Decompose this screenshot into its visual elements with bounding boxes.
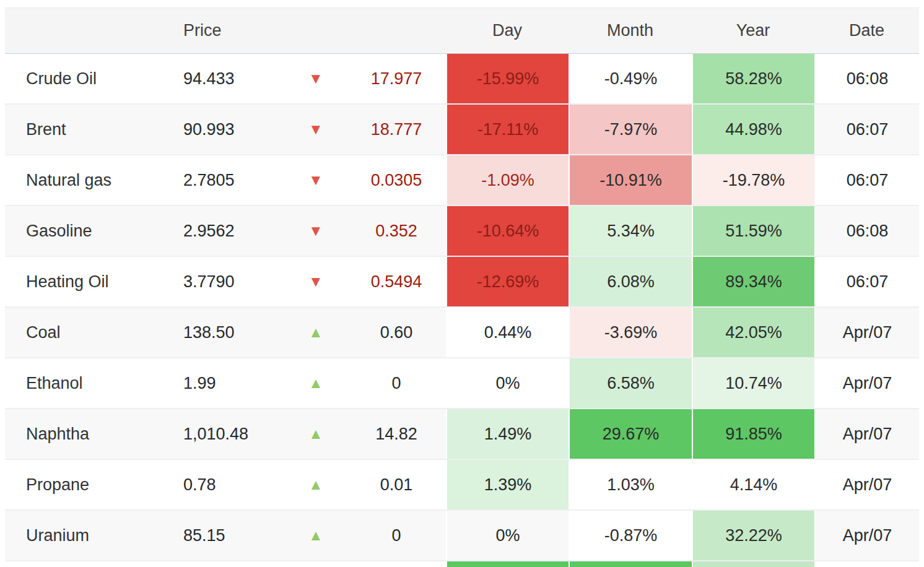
commodity-link[interactable]: Naphtha: [5, 409, 178, 459]
header-year: Year: [692, 8, 814, 53]
header-day: Day: [446, 8, 569, 53]
price-value: 2.7805: [178, 155, 285, 205]
trend-down-icon: ▼: [308, 223, 323, 238]
trend-up-icon: ▲: [308, 477, 323, 492]
change-value: 0: [347, 511, 446, 560]
day-change-cell: -12.69%: [446, 257, 569, 306]
month-change-cell: -10.91%: [569, 155, 692, 205]
month-change-cell: -0.87%: [569, 511, 692, 560]
commodity-link[interactable]: Brent: [5, 105, 178, 154]
year-change-cell: [692, 561, 814, 567]
table-row: Crude Oil 94.433 ▼ 17.977 -15.99% -0.49%…: [5, 54, 919, 105]
year-change-cell: 91.85%: [692, 409, 814, 459]
header-month: Month: [569, 8, 692, 53]
commodity-link[interactable]: Crude Oil: [5, 54, 178, 103]
trend-up-icon: ▲: [308, 426, 323, 441]
year-change-cell: 42.05%: [692, 308, 814, 357]
trend-down-icon: ▼: [308, 173, 323, 188]
date-value: 06:07: [814, 155, 919, 205]
table-row: Coal 138.50 ▲ 0.60 0.44% -3.69% 42.05% A…: [5, 308, 919, 358]
header-price: Price: [178, 8, 285, 53]
header-commodity: [5, 8, 178, 53]
month-change-cell: 5.34%: [569, 206, 692, 256]
month-change-cell: 1.03%: [569, 460, 692, 509]
day-change-cell: -1.09%: [446, 155, 569, 205]
price-value: 1.99: [178, 358, 285, 408]
commodity-link[interactable]: Natural gas: [5, 155, 178, 205]
day-change-cell: -10.64%: [446, 206, 569, 256]
table-header-row: Price Day Month Year Date: [5, 7, 919, 54]
price-value: 85.15: [178, 511, 285, 560]
commodities-price-table: Price Day Month Year Date Crude Oil 94.4…: [0, 0, 924, 567]
date-value: Apr/07: [814, 358, 919, 408]
date-value: Apr/07: [814, 409, 919, 459]
trend-down-icon: ▼: [308, 274, 323, 289]
table-row: Ethanol 1.99 ▲ 0 0% 6.58% 10.74% Apr/07: [5, 358, 919, 409]
month-change-cell: -7.97%: [569, 105, 692, 154]
change-value: 17.977: [347, 54, 446, 103]
change-value: 0.60: [347, 308, 446, 357]
commodity-link[interactable]: Coal: [5, 308, 178, 357]
date-value: Apr/07: [814, 460, 919, 509]
month-change-cell: -0.49%: [569, 54, 692, 103]
commodity-link[interactable]: Propane: [5, 460, 178, 509]
month-change-cell: 29.67%: [569, 409, 692, 459]
month-change-cell: -3.69%: [569, 308, 692, 357]
price-value: 3.7790: [178, 257, 285, 306]
year-change-cell: 44.98%: [692, 105, 814, 154]
table-row: Brent 90.993 ▼ 18.777 -17.11% -7.97% 44.…: [5, 105, 919, 155]
header-change-spacer: [347, 8, 446, 53]
change-value: 18.777: [347, 105, 446, 154]
table-row: Uranium 85.15 ▲ 0 0% -0.87% 32.22% Apr/0…: [5, 511, 919, 561]
price-value: 138.50: [178, 308, 285, 357]
price-value: 1,010.48: [178, 409, 285, 459]
year-change-cell: 32.22%: [692, 511, 814, 560]
commodity-link[interactable]: Ethanol: [5, 358, 178, 408]
trend-down-icon: ▼: [308, 122, 323, 137]
year-change-cell: -19.78%: [692, 155, 814, 205]
year-change-cell: 89.34%: [692, 257, 814, 306]
day-change-cell: -15.99%: [446, 54, 569, 103]
date-value: 06:08: [814, 206, 919, 256]
day-change-cell: 1.39%: [446, 460, 569, 509]
month-change-cell: 6.08%: [569, 257, 692, 306]
date-value: 06:07: [814, 105, 919, 154]
table-row: Heating Oil 3.7790 ▼ 0.5494 -12.69% 6.08…: [5, 257, 919, 308]
month-change-cell: [569, 561, 692, 567]
table-row: Gasoline 2.9562 ▼ 0.352 -10.64% 5.34% 51…: [5, 206, 919, 257]
change-value: 0.352: [347, 206, 446, 256]
day-change-cell: 0%: [446, 358, 569, 408]
day-change-cell: 1.49%: [446, 409, 569, 459]
price-value: 90.993: [178, 105, 285, 154]
change-value: 0.01: [347, 460, 446, 509]
day-change-cell: -17.11%: [446, 105, 569, 154]
trend-up-icon: ▲: [308, 325, 323, 340]
table-row: Natural gas 2.7805 ▼ 0.0305 -1.09% -10.9…: [5, 155, 919, 206]
date-value: Apr/07: [814, 511, 919, 560]
commodity-link[interactable]: Heating Oil: [5, 257, 178, 306]
date-value: 06:08: [814, 54, 919, 103]
header-arrow-spacer: [285, 8, 347, 53]
year-change-cell: 58.28%: [692, 54, 814, 103]
change-value: 0.5494: [347, 257, 446, 306]
year-change-cell: 51.59%: [692, 206, 814, 256]
day-change-cell: 0%: [446, 511, 569, 560]
change-value: 0: [347, 358, 446, 408]
trend-down-icon: ▼: [308, 71, 323, 86]
table-row-partial: [5, 561, 919, 567]
commodity-link[interactable]: Uranium: [5, 511, 178, 560]
date-value: Apr/07: [814, 308, 919, 357]
price-value: 2.9562: [178, 206, 285, 256]
date-value: 06:07: [814, 257, 919, 306]
month-change-cell: 6.58%: [569, 358, 692, 408]
trend-up-icon: ▲: [308, 528, 323, 543]
price-value: 94.433: [178, 54, 285, 103]
table-row: Naphtha 1,010.48 ▲ 14.82 1.49% 29.67% 91…: [5, 409, 919, 460]
year-change-cell: 4.14%: [692, 460, 814, 509]
change-value: 0.0305: [347, 155, 446, 205]
day-change-cell: [446, 561, 569, 567]
header-date: Date: [814, 8, 919, 53]
day-change-cell: 0.44%: [446, 308, 569, 357]
year-change-cell: 10.74%: [692, 358, 814, 408]
commodity-link[interactable]: Gasoline: [5, 206, 178, 256]
